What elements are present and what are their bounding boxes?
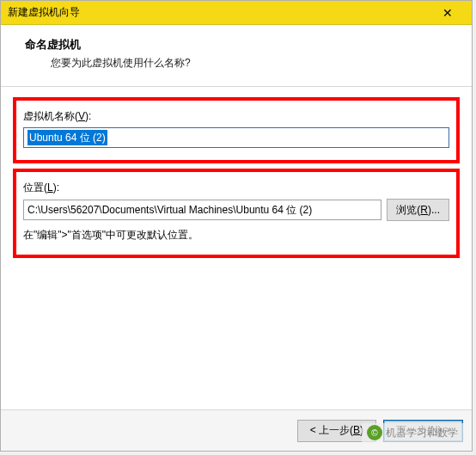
watermark-text: 机器学习和数学 [386,426,458,440]
window-title: 新建虚拟机向导 [8,5,80,20]
wizard-footer: < 上一步(B) 下一步(N) > © 机器学习和数学 [1,409,472,451]
watermark: © 机器学习和数学 [362,423,463,442]
page-subtitle: 您要为此虚拟机使用什么名称? [51,56,451,71]
titlebar: 新建虚拟机向导 ✕ [1,1,472,25]
close-icon[interactable]: ✕ [430,3,465,23]
watermark-icon: © [367,425,382,440]
vm-location-label: 位置(L): [23,181,449,195]
vm-name-label: 虚拟机名称(V): [23,109,449,124]
browse-button[interactable]: 浏览(R)... [387,199,449,221]
vm-location-group: 位置(L): C:\Users\56207\Documents\Virtual … [13,169,460,258]
vm-name-input[interactable]: Ubuntu 64 位 (2) [23,127,449,148]
vm-name-value: Ubuntu 64 位 (2) [27,130,107,145]
wizard-header: 命名虚拟机 您要为此虚拟机使用什么名称? [1,25,472,87]
wizard-content: 虚拟机名称(V): Ubuntu 64 位 (2) 位置(L): C:\User… [1,87,472,274]
page-title: 命名虚拟机 [25,37,451,52]
vm-location-input[interactable]: C:\Users\56207\Documents\Virtual Machine… [23,200,381,220]
wizard-dialog: 新建虚拟机向导 ✕ 命名虚拟机 您要为此虚拟机使用什么名称? 虚拟机名称(V):… [0,0,473,452]
vm-name-group: 虚拟机名称(V): Ubuntu 64 位 (2) [13,97,460,163]
location-hint: 在"编辑">"首选项"中可更改默认位置。 [23,228,449,243]
